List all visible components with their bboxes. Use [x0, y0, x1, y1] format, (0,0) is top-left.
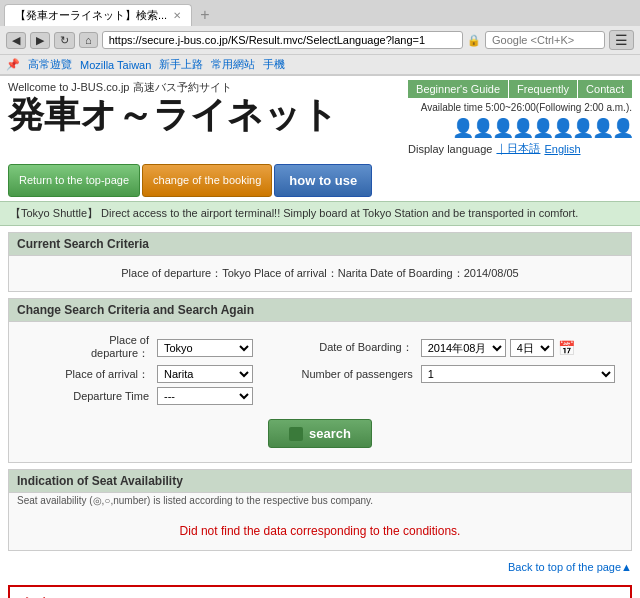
nav-bar: ◀ ▶ ↻ ⌂ 🔒 ☰	[0, 26, 640, 55]
dep-time-select[interactable]: ---	[157, 387, 253, 405]
back-btn[interactable]: ◀	[6, 32, 26, 49]
display-language-label: Display language	[408, 143, 492, 155]
dep-time-label: Departure Time	[25, 390, 149, 402]
logo-section: Wellcome to J-BUS.co.jp 高速バス予約サイト 発車オ～ライ…	[8, 80, 408, 133]
nav-buttons-row: Return to the top-page change of the boo…	[0, 160, 640, 201]
address-bar[interactable]	[102, 31, 463, 49]
frequently-link[interactable]: Frequently	[509, 80, 578, 98]
tab-title: 【発車オーライネット】検索...	[15, 8, 167, 23]
new-tab-btn[interactable]: +	[200, 6, 209, 24]
silhouettes-image: 👤👤👤👤👤👤👤👤👤	[408, 117, 632, 139]
available-time: Available time 5:00~26:00(Following 2:00…	[408, 102, 632, 113]
bookmark-3[interactable]: 常用網站	[211, 57, 255, 72]
search-button[interactable]: search	[268, 419, 372, 448]
arrival-select[interactable]: Narita	[157, 365, 253, 383]
back-to-top: Back to top of the page▲	[0, 557, 640, 577]
change-search-body: Place ofdeparture： Tokyo Date of Boardin…	[9, 322, 631, 462]
right-header: Beginner's Guide Frequently Contact Avai…	[408, 80, 632, 156]
current-search-body: Place of departure：Tokyo Place of arriva…	[9, 256, 631, 291]
page-content: Wellcome to J-BUS.co.jp 高速バス予約サイト 発車オ～ライ…	[0, 76, 640, 598]
page-header: Wellcome to J-BUS.co.jp 高速バス予約サイト 発車オ～ライ…	[0, 76, 640, 160]
seat-subtext: Seat availability (◎,○,number) is listed…	[9, 493, 631, 512]
site-subtitle: Wellcome to J-BUS.co.jp 高速バス予約サイト	[8, 80, 408, 95]
bookmark-2[interactable]: 新手上路	[159, 57, 203, 72]
logo-text: 発車オ～ライネット	[8, 97, 408, 133]
date-day-select[interactable]: 4日	[510, 339, 554, 357]
current-search-box: Current Search Criteria Place of departu…	[8, 232, 632, 292]
change-booking-btn[interactable]: change of the booking	[142, 164, 272, 197]
return-top-btn[interactable]: Return to the top-page	[8, 164, 140, 197]
language-section: Display language ｜日本語 English	[408, 141, 632, 156]
active-tab[interactable]: 【発車オーライネット】検索... ✕	[4, 4, 192, 26]
browser-search-input[interactable]	[485, 31, 605, 49]
back-to-top-link[interactable]: Back to top of the page▲	[508, 561, 632, 573]
date-month-select[interactable]: 2014年08月	[421, 339, 506, 357]
ssl-icon: 🔒	[467, 34, 481, 47]
tab-close-btn[interactable]: ✕	[173, 10, 181, 21]
beginner-guide-link[interactable]: Beginner's Guide	[408, 80, 509, 98]
bookmark-4[interactable]: 手機	[263, 57, 285, 72]
shuttle-banner: 【Tokyo Shuttle】 Direct access to the air…	[0, 201, 640, 226]
tab-bar: 【発車オーライネット】検索... ✕ +	[0, 0, 640, 26]
browser-chrome: 【発車オーライネット】検索... ✕ + ◀ ▶ ↻ ⌂ 🔒 ☰ 📌 高常遊覽 …	[0, 0, 640, 76]
current-criteria-text: Place of departure：Tokyo Place of arriva…	[17, 262, 623, 285]
how-to-use-btn[interactable]: how to use	[274, 164, 372, 197]
bookmark-label: 📌	[6, 58, 20, 71]
search-form: Place ofdeparture： Tokyo Date of Boardin…	[17, 328, 623, 411]
nav-links: Beginner's Guide Frequently Contact	[408, 80, 632, 98]
search-icon	[289, 427, 303, 441]
bookmark-1[interactable]: Mozilla Taiwan	[80, 59, 151, 71]
passengers-select[interactable]: 1	[421, 365, 615, 383]
contact-link[interactable]: Contact	[578, 80, 632, 98]
seat-availability-box: Indication of Seat Availability Seat ava…	[8, 469, 632, 551]
date-row: 2014年08月 4日 📅	[421, 339, 615, 357]
seat-availability-header: Indication of Seat Availability	[9, 470, 631, 493]
current-search-header: Current Search Criteria	[9, 233, 631, 256]
forward-btn[interactable]: ▶	[30, 32, 50, 49]
bookmark-0[interactable]: 高常遊覽	[28, 57, 72, 72]
calendar-icon[interactable]: 📅	[558, 340, 575, 356]
change-search-box: Change Search Criteria and Search Again …	[8, 298, 632, 463]
arrival-label: Place of arrival：	[25, 367, 149, 382]
shuttle-banner-text: 【Tokyo Shuttle】 Direct access to the air…	[10, 207, 578, 219]
departure-label: Place ofdeparture：	[25, 334, 149, 361]
departure-select[interactable]: Tokyo	[157, 339, 253, 357]
refresh-btn[interactable]: ↻	[54, 32, 75, 49]
lang-en-link[interactable]: English	[544, 143, 580, 155]
change-search-header: Change Search Criteria and Search Again	[9, 299, 631, 322]
lang-ja-link[interactable]: ｜日本語	[496, 141, 540, 156]
home-btn[interactable]: ⌂	[79, 32, 98, 48]
search-btn-area: search	[17, 411, 623, 456]
date-label: Date of Boarding：	[261, 340, 413, 355]
passengers-label: Number of passengers	[261, 368, 413, 380]
bookmarks-bar: 📌 高常遊覽 Mozilla Taiwan 新手上路 常用網站 手機	[0, 55, 640, 75]
shuttle-ad: 東京シャトル Tokyo Shuttle ・東京駅 八重洲北口 成田バス③ のり…	[8, 585, 632, 598]
no-data-message: Did not find the data corresponding to t…	[9, 512, 631, 550]
search-btn-label: search	[309, 426, 351, 441]
menu-btn[interactable]: ☰	[609, 30, 634, 50]
